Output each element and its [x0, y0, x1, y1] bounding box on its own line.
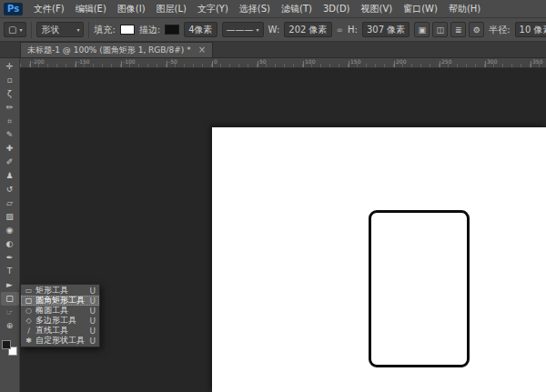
healing-brush-tool[interactable]: ✚: [1, 142, 19, 156]
polygon-tool-icon: ◇: [25, 317, 33, 325]
eyedropper-tool[interactable]: ✎: [1, 128, 19, 142]
shape-width-field[interactable]: 202 像素: [284, 22, 331, 37]
tool-list: ✛▫ζ✏⌗✎✚✐♟↺▱▨◉◐✒T►▢☞⊕: [1, 60, 19, 333]
menu-item[interactable]: 图层(L): [151, 0, 192, 18]
rounded-rectangle-tool-icon: ▢: [25, 297, 33, 305]
radius-value: 10 像素: [520, 24, 546, 36]
stroke-type-dropdown[interactable]: ——— ▾: [222, 22, 264, 37]
artboard[interactable]: [212, 127, 546, 392]
flyout-item-shortcut: U: [89, 286, 96, 296]
menu-item[interactable]: 视图(V): [356, 0, 399, 18]
tab-close-icon[interactable]: ×: [198, 45, 206, 55]
fill-label: 填充:: [94, 24, 115, 36]
eraser-tool[interactable]: ▱: [1, 196, 19, 210]
dodge-tool[interactable]: ◐: [1, 237, 19, 251]
rounded-rectangle-tool-icon: ▢: [8, 25, 16, 35]
zoom-tool[interactable]: ⊕: [1, 319, 19, 333]
menu-item[interactable]: 编辑(E): [70, 0, 112, 18]
menu-item[interactable]: 窗口(W): [398, 0, 443, 18]
clone-stamp-tool[interactable]: ♟: [1, 169, 19, 183]
ellipse-tool-icon: ○: [25, 307, 33, 315]
brush-tool[interactable]: ✐: [1, 156, 19, 169]
path-operations-button[interactable]: ▣: [414, 22, 430, 37]
line-style-sample: ———: [227, 25, 254, 35]
flyout-item-list: ▭矩形工具U▢圆角矩形工具U○椭圆工具U◇多边形工具U∕直线工具U✱自定形状工具…: [21, 286, 99, 346]
menu-item[interactable]: 滤镜(T): [276, 0, 318, 18]
menu-item[interactable]: 文字(Y): [192, 0, 234, 18]
ruler-label: -200: [32, 58, 45, 65]
quick-selection-tool[interactable]: ✏: [1, 101, 19, 115]
type-tool[interactable]: T: [1, 265, 19, 278]
stroke-width-value: 4像素: [188, 24, 212, 36]
gradient-tool[interactable]: ▨: [1, 210, 19, 224]
menu-item[interactable]: 选择(S): [234, 0, 276, 18]
flyout-item[interactable]: ✱自定形状工具U: [21, 336, 99, 346]
rectangle-tool-icon: ▭: [25, 286, 33, 295]
width-label: W:: [268, 25, 280, 35]
flyout-item-shortcut: U: [89, 317, 96, 326]
marquee-tool[interactable]: ▫: [1, 74, 19, 87]
shape-height-field[interactable]: 307 像素: [362, 22, 410, 37]
flyout-item-shortcut: U: [89, 327, 96, 336]
rounded-rectangle-shape[interactable]: [369, 210, 470, 367]
color-swatches: [2, 340, 17, 356]
history-brush-tool[interactable]: ↺: [1, 183, 19, 196]
stroke-swatch[interactable]: [165, 25, 179, 35]
flyout-item-label: 自定形状工具: [35, 335, 86, 347]
move-tool[interactable]: ✛: [1, 60, 19, 74]
path-selection-tool[interactable]: ►: [1, 278, 19, 292]
ruler-label: -50: [168, 58, 177, 65]
settings-gear-button[interactable]: ⚙: [469, 22, 484, 37]
ruler-label: 200: [396, 58, 406, 65]
ruler-label: 300: [487, 58, 497, 65]
path-alignment-button[interactable]: ◫: [432, 22, 448, 37]
tool-preset-picker[interactable]: ▢ ▾: [4, 22, 26, 37]
menu-item[interactable]: 图像(I): [112, 0, 151, 18]
radius-field[interactable]: 10 像素: [515, 22, 546, 37]
ruler-label: 50: [259, 58, 267, 65]
pen-tool[interactable]: ✒: [1, 251, 19, 265]
lasso-tool[interactable]: ζ: [1, 87, 19, 101]
menu-item[interactable]: 3D(D): [318, 0, 356, 18]
fill-swatch[interactable]: [120, 25, 135, 35]
ruler-label: 150: [350, 58, 360, 65]
blur-tool[interactable]: ◉: [1, 224, 19, 237]
flyout-item-shortcut: U: [89, 337, 96, 346]
shape-width-value: 202 像素: [288, 24, 327, 36]
chevron-down-icon: ▾: [19, 26, 22, 33]
chevron-down-icon: ▾: [257, 26, 259, 33]
custom-shape-tool-icon: ✱: [25, 337, 33, 345]
menu-bar: Ps 文件(F)编辑(E)图像(I)图层(L)文字(Y)选择(S)滤镜(T)3D…: [0, 0, 546, 18]
line-tool-icon: ∕: [25, 327, 33, 335]
ruler-label: 350: [532, 58, 542, 65]
menu-item[interactable]: 文件(F): [28, 0, 70, 18]
ruler-label: -150: [77, 58, 90, 65]
horizontal-ruler: -200-150-100-50050100150200250300350: [20, 58, 546, 68]
shape-height-value: 307 像素: [367, 24, 405, 36]
separator: [31, 22, 32, 38]
menu-item[interactable]: 帮助(H): [443, 0, 486, 18]
link-dimensions-icon[interactable]: ∞: [337, 25, 344, 35]
tool-mode-dropdown[interactable]: 形状 ▾: [36, 22, 84, 37]
menu-list: 文件(F)编辑(E)图像(I)图层(L)文字(Y)选择(S)滤镜(T)3D(D)…: [28, 0, 486, 18]
flyout-item-shortcut: U: [89, 307, 96, 316]
ruler-label: -100: [123, 58, 136, 65]
ruler-label: 100: [305, 58, 315, 65]
hand-tool[interactable]: ☞: [1, 306, 19, 319]
radius-label: 半径:: [489, 24, 510, 36]
tool-mode-value: 形状: [41, 24, 59, 36]
height-label: H:: [348, 25, 358, 35]
document-tab-title: 未标题-1 @ 100% (圆角矩形 1, RGB/8#) *: [27, 45, 191, 56]
document-tab-bar: 未标题-1 @ 100% (圆角矩形 1, RGB/8#) * ×: [0, 42, 546, 58]
photoshop-logo: Ps: [4, 3, 23, 15]
shape-tools-flyout: ▭矩形工具U▢圆角矩形工具U○椭圆工具U◇多边形工具U∕直线工具U✱自定形状工具…: [20, 284, 100, 347]
stroke-width-field[interactable]: 4像素: [184, 22, 217, 37]
document-tab[interactable]: 未标题-1 @ 100% (圆角矩形 1, RGB/8#) * ×: [20, 42, 213, 57]
options-bar: ▢ ▾ 形状 ▾ 填充: 描边: 4像素 ——— ▾ W: 202 像素 ∞ H…: [0, 18, 546, 42]
crop-tool[interactable]: ⌗: [1, 115, 19, 128]
tool-bar: ✛▫ζ✏⌗✎✚✐♟↺▱▨◉◐✒T►▢☞⊕: [0, 58, 20, 392]
shape-tool[interactable]: ▢: [1, 292, 19, 306]
foreground-color-swatch[interactable]: [2, 340, 11, 349]
stroke-label: 描边:: [139, 24, 160, 36]
path-arrangement-button[interactable]: ≣: [450, 22, 466, 37]
